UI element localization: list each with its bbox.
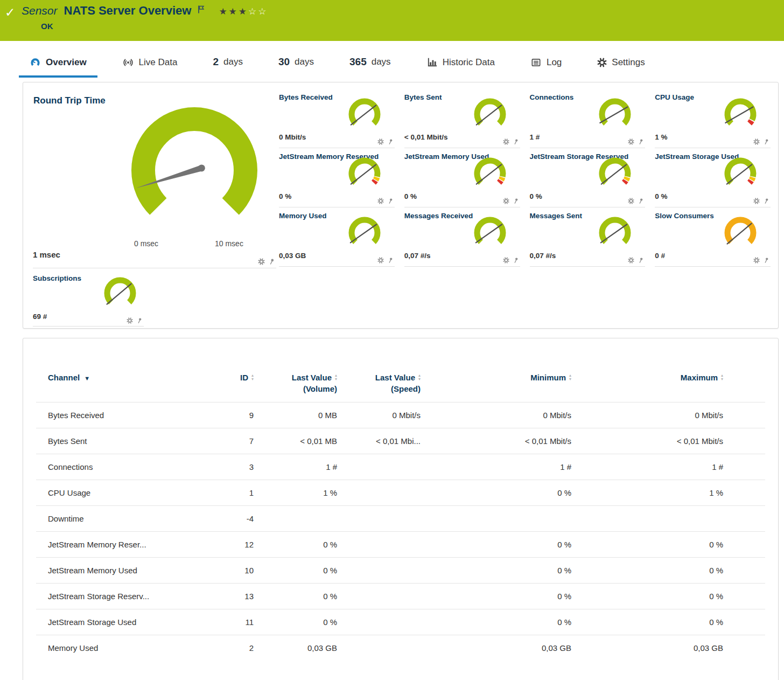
cell-min: 0 % <box>426 480 577 506</box>
gear-icon[interactable] <box>258 258 265 265</box>
gear-icon[interactable] <box>127 317 133 324</box>
column-header-max[interactable]: Maximum▴▾ <box>577 365 730 403</box>
cell-actions <box>730 532 765 558</box>
table-row[interactable]: Bytes Sent7< 0,01 MB< 0,01 Mbi...< 0,01 … <box>36 428 765 454</box>
tab-live-data[interactable]: Live Data <box>111 53 188 78</box>
tab-365-days[interactable]: 365days <box>339 52 402 78</box>
column-header-vol[interactable]: Last Value▴▾(Volume) <box>259 365 342 403</box>
gauge-icon <box>30 57 41 68</box>
column-header-spd[interactable]: Last Value▴▾(Speed) <box>342 365 426 403</box>
tab-overview[interactable]: Overview <box>19 52 97 78</box>
gauge-tile-actions <box>753 257 769 263</box>
column-label: Maximum <box>681 373 718 382</box>
tab-30-days[interactable]: 30days <box>268 52 325 78</box>
broadcast-icon <box>122 57 134 68</box>
gauge-tile-title: Bytes Received <box>279 93 333 101</box>
table-row[interactable]: CPU Usage11 %0 %1 % <box>36 480 765 506</box>
chart-icon <box>426 57 438 68</box>
gear-icon[interactable] <box>753 257 760 263</box>
pin-icon[interactable] <box>136 317 143 324</box>
cell-min: 1 # <box>426 454 577 480</box>
table-row[interactable]: JetStream Storage Used110 %0 %0 % <box>36 609 765 635</box>
cell-spd <box>342 480 426 506</box>
gear-icon[interactable] <box>503 138 509 145</box>
tab-label: Historic Data <box>443 57 495 68</box>
gauge-jetstream-memory-reserved <box>342 156 384 192</box>
pin-icon[interactable] <box>387 257 394 263</box>
gauge-tile-actions <box>503 198 519 204</box>
page-title: NATS Server Overview <box>64 4 192 18</box>
column-label: Minimum <box>530 373 566 382</box>
cell-spd <box>342 609 426 635</box>
tab-2-days[interactable]: 2days <box>202 52 254 78</box>
tab-number: 30 <box>278 56 290 68</box>
pin-icon[interactable] <box>268 258 275 265</box>
priority-stars[interactable]: ★★★☆☆ <box>219 6 268 17</box>
cell-spd <box>342 584 426 609</box>
tab-log[interactable]: Log <box>520 53 572 78</box>
gauge-tile-actions <box>753 138 769 145</box>
cell-min: 0 % <box>426 532 577 558</box>
gauge-tile-bytes-sent: Bytes Sent< 0,01 Mbit/s <box>404 89 520 148</box>
table-row[interactable]: Connections31 #1 #1 # <box>36 454 765 480</box>
table-row[interactable]: Downtime-4 <box>36 506 765 532</box>
column-header-channel[interactable]: Channel▼ <box>36 365 215 403</box>
cell-id: 12 <box>215 532 259 558</box>
round-trip-gauge <box>122 103 267 240</box>
round-trip-value: 1 msec <box>33 250 60 259</box>
column-label-line2: (Volume) <box>264 384 337 393</box>
gear-icon[interactable] <box>628 198 634 204</box>
pin-icon[interactable] <box>638 198 644 204</box>
gauge-messages-received <box>467 215 509 252</box>
gear-icon[interactable] <box>628 257 634 263</box>
gauge-tile-value: < 0,01 Mbit/s <box>404 133 448 141</box>
gear-icon[interactable] <box>753 198 760 204</box>
cell-id: 11 <box>215 609 259 635</box>
cell-actions <box>730 403 765 428</box>
gauge-grid: Bytes Received0 Mbit/sBytes Sent< 0,01 M… <box>279 89 771 267</box>
gauge-tile-value: 0 Mbit/s <box>279 133 306 141</box>
table-row[interactable]: Memory Used20,03 GB0,03 GB0,03 GB <box>36 635 765 661</box>
flag-icon[interactable] <box>198 5 205 14</box>
table-row[interactable]: JetStream Memory Used100 %0 %0 % <box>36 558 765 584</box>
cell-vol: 1 # <box>259 454 342 480</box>
cell-min: 0 Mbit/s <box>426 403 577 428</box>
gear-icon[interactable] <box>377 198 384 204</box>
gear-icon[interactable] <box>377 257 384 263</box>
tab-settings[interactable]: Settings <box>586 53 655 78</box>
gear-icon[interactable] <box>377 138 384 145</box>
gauge-tile-value: 1 % <box>655 133 667 141</box>
cell-channel: Downtime <box>36 506 215 532</box>
cell-spd: < 0,01 Mbi... <box>342 428 426 454</box>
gauge-tile-jetstream-storage-used: JetStream Storage Used0 % <box>655 148 771 207</box>
gauge-tile-subscriptions: Subscriptions69 # <box>33 272 144 327</box>
cell-max <box>577 506 730 532</box>
table-row[interactable]: Bytes Received90 MB0 Mbit/s0 Mbit/s0 Mbi… <box>36 403 765 428</box>
cell-vol: < 0,01 MB <box>259 428 342 454</box>
tab-historic-data[interactable]: Historic Data <box>416 52 506 78</box>
pin-icon[interactable] <box>387 138 394 145</box>
sort-icon: ▴▾ <box>335 373 337 381</box>
pin-icon[interactable] <box>513 198 519 204</box>
table-row[interactable]: JetStream Storage Reserv...130 %0 %0 % <box>36 584 765 609</box>
table-row[interactable]: JetStream Memory Reser...120 %0 %0 % <box>36 532 765 558</box>
pin-icon[interactable] <box>513 138 519 145</box>
column-header-id[interactable]: ID▴▾ <box>215 365 259 403</box>
gear-icon[interactable] <box>628 138 634 145</box>
cell-channel: CPU Usage <box>36 480 215 506</box>
cell-id: 7 <box>215 428 259 454</box>
pin-icon[interactable] <box>387 198 394 204</box>
gauge-tile-value: 0 % <box>530 192 542 200</box>
cell-vol: 0 MB <box>259 403 342 428</box>
pin-icon[interactable] <box>763 257 769 263</box>
column-header-min[interactable]: Minimum▴▾ <box>426 365 577 403</box>
gear-icon[interactable] <box>503 198 509 204</box>
pin-icon[interactable] <box>513 257 519 263</box>
gear-icon[interactable] <box>753 138 760 145</box>
pin-icon[interactable] <box>763 138 769 145</box>
pin-icon[interactable] <box>638 138 644 145</box>
pin-icon[interactable] <box>763 198 769 204</box>
pin-icon[interactable] <box>638 257 644 263</box>
cell-id: 10 <box>215 558 259 584</box>
gear-icon[interactable] <box>503 257 509 263</box>
